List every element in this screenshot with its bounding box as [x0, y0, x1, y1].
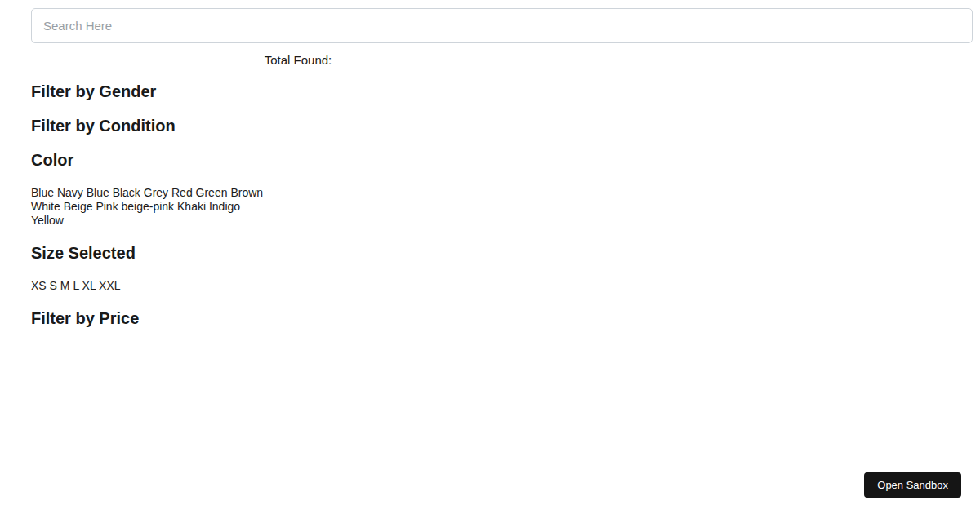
total-found-label: Total Found: [0, 54, 596, 66]
size-options-list: XS S M L XL XXL [31, 279, 264, 293]
search-bar-container [0, 0, 980, 43]
color-option[interactable]: Yellow [31, 214, 64, 227]
color-options-list: Blue Navy Blue Black Grey Red Green Brow… [31, 186, 264, 228]
filter-by-gender-heading: Filter by Gender [31, 83, 264, 100]
size-option[interactable]: L [73, 279, 78, 292]
color-option[interactable]: Pink [96, 200, 118, 213]
color-option[interactable]: Brown [230, 186, 263, 199]
size-option[interactable]: XS [31, 279, 47, 292]
color-option[interactable]: Grey [144, 186, 168, 199]
open-sandbox-button[interactable]: Open Sandbox [864, 472, 961, 498]
color-option[interactable]: Khaki [177, 200, 206, 213]
size-option[interactable]: XXL [99, 279, 120, 292]
total-found-text: Total Found: [265, 53, 332, 67]
filter-by-condition-heading: Filter by Condition [31, 117, 264, 135]
size-option[interactable]: S [50, 279, 57, 292]
color-heading: Color [31, 152, 264, 169]
color-option[interactable]: White [31, 200, 60, 213]
size-option[interactable]: M [60, 279, 70, 292]
color-option[interactable]: Indigo [209, 200, 240, 213]
color-option[interactable]: Navy Blue [57, 186, 109, 199]
page: Total Found: Filter by Gender Filter by … [0, 0, 980, 514]
color-option[interactable]: Beige [64, 200, 93, 213]
filter-by-price-heading: Filter by Price [31, 310, 264, 327]
color-option[interactable]: Black [113, 186, 140, 199]
size-selected-heading: Size Selected [31, 245, 264, 262]
color-option[interactable]: Green [196, 186, 228, 199]
color-option[interactable]: Red [172, 186, 193, 199]
size-option[interactable]: XL [82, 279, 96, 292]
filters-panel: Filter by Gender Filter by Condition Col… [31, 83, 264, 327]
color-option[interactable]: beige-pink [122, 200, 175, 213]
search-input[interactable] [31, 8, 973, 43]
color-option[interactable]: Blue [31, 186, 54, 199]
